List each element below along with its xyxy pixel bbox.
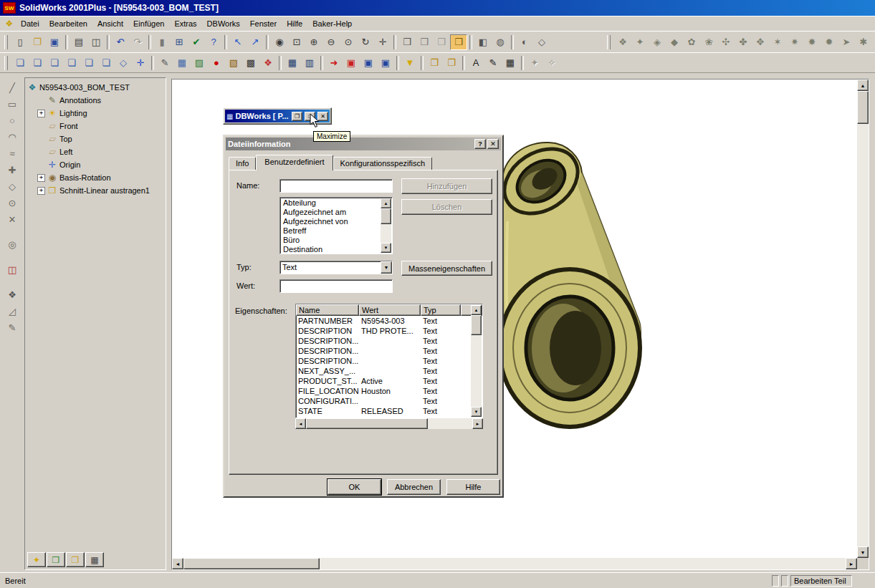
view-left-icon[interactable]: ❏ — [46, 55, 63, 71]
tree-splitter[interactable] — [166, 73, 171, 570]
rotate-view-icon[interactable]: ↻ — [357, 34, 374, 50]
view-right-icon[interactable]: ❏ — [63, 55, 80, 71]
palette-icon[interactable]: ❖ — [259, 55, 277, 71]
expand-icon[interactable]: + — [37, 174, 45, 182]
grid-icon[interactable]: ▦ — [173, 55, 191, 71]
vertical-scroll-thumb[interactable] — [857, 91, 869, 124]
wireframe-icon[interactable]: ❒ — [398, 34, 416, 50]
context-help-icon[interactable]: ? — [205, 34, 222, 50]
table-row[interactable]: STATERELEASEDText — [296, 406, 482, 416]
db-save-icon[interactable]: ▣ — [360, 55, 377, 71]
sketch-point-icon[interactable]: ⊙ — [4, 196, 20, 210]
ok-button[interactable]: OK — [327, 479, 381, 495]
hidden-lines-visible-icon[interactable]: ❒ — [416, 34, 433, 50]
menu-extras[interactable]: Extras — [169, 17, 201, 30]
vault-view-icon[interactable]: ✷ — [786, 34, 803, 50]
chart-icon[interactable]: ▧ — [225, 55, 242, 71]
viewport-horizontal-scrollbar[interactable]: ◄ ► — [172, 558, 857, 569]
tree-item-lighting[interactable]: +☀Lighting — [25, 107, 166, 120]
vault-login-icon[interactable]: ❖ — [614, 34, 631, 50]
tree-item-front[interactable]: ▱Front — [25, 120, 166, 132]
vault-settings-icon[interactable]: ➤ — [838, 34, 855, 50]
table-scroll-left-button[interactable]: ◄ — [295, 418, 306, 429]
add-button[interactable]: Hinzufügen — [401, 178, 492, 194]
verification-icon[interactable]: ✔ — [188, 34, 205, 50]
table-scroll-down-button[interactable]: ▼ — [471, 407, 482, 417]
scroll-up-button[interactable]: ▲ — [857, 79, 869, 91]
select-entities-icon[interactable]: ↗ — [247, 34, 264, 50]
table-row[interactable]: FILE_LOCATIONHoustonText — [296, 386, 482, 396]
db-save-all-icon[interactable]: ▣ — [377, 55, 394, 71]
sketch-mirror-icon[interactable]: ◫ — [4, 262, 20, 276]
new-icon[interactable]: ▯ — [11, 34, 29, 50]
column-header-typ[interactable]: Typ — [421, 304, 461, 316]
dialog-help-button[interactable]: ? — [474, 139, 486, 149]
dbworks-child-titlebar[interactable]: ▦ DBWorks [ P... ❐ □ ✕ — [225, 110, 330, 122]
vault-help-icon[interactable]: ✱ — [855, 34, 872, 50]
name-input[interactable] — [279, 179, 393, 193]
menu-fenster[interactable]: Fenster — [245, 17, 282, 30]
table-horizontal-scrollbar[interactable]: ◄ ► — [295, 418, 483, 429]
sketch-polygon-icon[interactable]: ◇ — [4, 179, 20, 193]
sketch-arc-icon[interactable]: ◠ — [4, 130, 20, 144]
open-icon[interactable]: ❐ — [29, 34, 46, 50]
excel-table-icon[interactable]: ▥ — [301, 55, 318, 71]
sketch-offset-icon[interactable]: ◎ — [4, 237, 20, 251]
tree-item-left[interactable]: ▱Left — [25, 145, 166, 158]
vault-bom-icon[interactable]: ✣ — [717, 34, 735, 50]
vault-release-icon[interactable]: ✥ — [752, 34, 769, 50]
restore-button[interactable]: ❐ — [292, 112, 302, 121]
section-view-icon[interactable]: ◧ — [474, 34, 492, 50]
vault-mail-icon[interactable]: ✹ — [821, 34, 838, 50]
table-row[interactable]: CONFIGURATI...Text — [296, 396, 482, 406]
db-checkout-icon[interactable]: ➜ — [325, 55, 343, 71]
mass-properties-button[interactable]: Masseneigenschaften — [401, 261, 492, 276]
toolbar-handle[interactable] — [4, 56, 8, 70]
dialog-close-button[interactable]: ✕ — [487, 139, 499, 149]
table-scroll-right-button[interactable]: ► — [472, 418, 483, 429]
vault-open-folder-icon[interactable]: ❐ — [426, 55, 443, 71]
zoom-selected-icon[interactable]: ⊙ — [340, 34, 357, 50]
zoom-to-fit-icon[interactable]: ◉ — [271, 34, 288, 50]
listbox-scrollbar[interactable]: ▲ ▼ — [381, 198, 391, 253]
table-scroll-thumb[interactable] — [471, 315, 482, 335]
table-row[interactable]: DESCRIPTIONTHD PROTE...Text — [296, 326, 482, 336]
redo-icon[interactable]: ↷ — [129, 34, 146, 50]
expand-icon[interactable]: + — [37, 187, 45, 195]
featuremanager-tab[interactable]: ✦ — [27, 552, 46, 567]
toolbar-handle[interactable] — [4, 35, 8, 49]
view-back-icon[interactable]: ❏ — [29, 55, 46, 71]
toolbar-handle[interactable] — [607, 35, 611, 49]
dialog-titlebar[interactable]: Dateiinformation ? ✕ — [226, 138, 501, 150]
delete-button[interactable]: Löschen — [401, 199, 492, 215]
hatch-icon[interactable]: ▦ — [502, 55, 519, 71]
pan-icon[interactable]: ✛ — [374, 34, 391, 50]
hidden-lines-removed-icon[interactable]: ❒ — [433, 34, 450, 50]
menu-baker-help[interactable]: Baker-Help — [307, 17, 357, 30]
expand-icon[interactable]: + — [37, 110, 45, 117]
texture-icon[interactable]: ▩ — [242, 55, 259, 71]
select-icon[interactable]: ↖ — [229, 34, 247, 50]
view-front-icon[interactable]: ❏ — [11, 55, 29, 71]
filter-icon[interactable]: ▼ — [401, 55, 419, 71]
table-row[interactable]: PRODUCT_ST...ActiveText — [296, 376, 482, 386]
rebuild-icon[interactable]: ▮ — [153, 34, 171, 50]
sketch-spline-icon[interactable]: ≈ — [4, 146, 20, 160]
save-icon[interactable]: ▣ — [46, 34, 63, 50]
view-isometric-icon[interactable]: ◇ — [115, 55, 132, 71]
menu-datei[interactable]: Datei — [16, 17, 44, 30]
tree-item-origin[interactable]: ✛Origin — [25, 158, 166, 171]
print-icon[interactable]: ▤ — [70, 34, 87, 50]
menu-dbworks[interactable]: DBWorks — [202, 17, 245, 30]
dbworks-tab[interactable]: ▦ — [85, 552, 104, 567]
sketch-circle-icon[interactable]: ○ — [4, 113, 20, 127]
zoom-area-icon[interactable]: ⊡ — [288, 34, 305, 50]
listbox-scroll-up-button[interactable]: ▲ — [381, 198, 391, 208]
menubar-app-icon[interactable]: ❖ — [3, 19, 16, 29]
properties-table[interactable]: NameWertTyp PARTNUMBERN59543-003TextDESC… — [295, 304, 483, 418]
combobox-dropdown-icon[interactable]: ▼ — [381, 261, 392, 274]
scroll-right-button[interactable]: ► — [846, 558, 857, 569]
tree-item-top[interactable]: ▱Top — [25, 132, 166, 145]
sketch-trim-icon[interactable]: ✕ — [4, 212, 20, 226]
sketch-dimension-icon[interactable]: ✎ — [4, 320, 20, 334]
